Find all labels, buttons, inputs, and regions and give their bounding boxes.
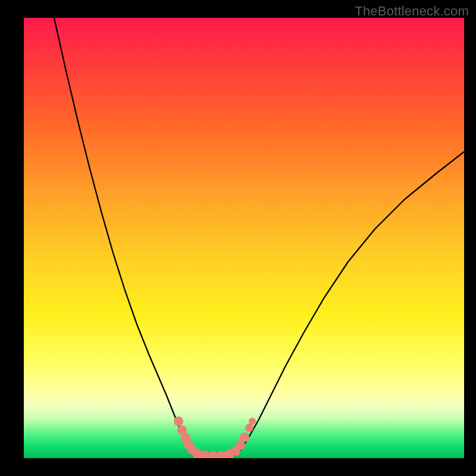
watermark-text: TheBottleneck.com (355, 4, 469, 19)
highlight-dot (240, 433, 249, 442)
plot-area (24, 18, 464, 458)
chart-frame: TheBottleneck.com (0, 0, 476, 476)
highlight-dot (245, 424, 253, 432)
bottleneck-curve (54, 18, 464, 457)
curve-layer (24, 18, 464, 458)
highlight-dot (174, 416, 183, 426)
bottleneck-curve-path (54, 18, 464, 457)
highlight-dots (174, 416, 256, 458)
highlight-dot (249, 418, 256, 425)
